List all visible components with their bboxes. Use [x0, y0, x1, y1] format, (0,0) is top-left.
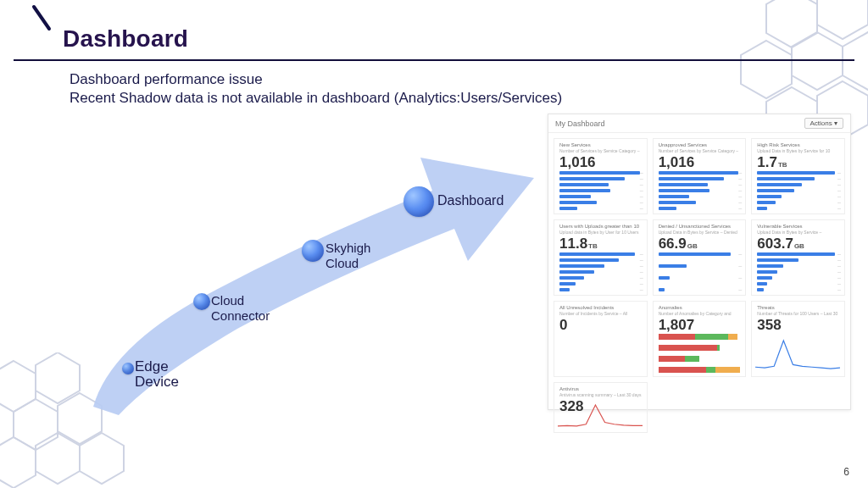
tile-title: Antivirus [559, 386, 642, 392]
page-title: Dashboard [63, 25, 188, 53]
tile-title: Vulnerable Services [757, 224, 839, 230]
tile-legend: ——————— [807, 252, 841, 291]
svg-marker-7 [0, 361, 36, 412]
dashboard-tile: ThreatsNumber of Threats for 100 Users –… [751, 301, 845, 377]
dashboard-tile: Unapproved ServicesNumber of Services by… [653, 138, 747, 214]
tile-value: 1,807 [659, 317, 741, 334]
dashboard-tile: High Risk ServicesUpload Data in Bytes b… [751, 138, 845, 214]
node-label: Skyhigh Cloud [326, 241, 370, 271]
tile-title: Anomalies [659, 305, 741, 311]
svg-marker-11 [0, 437, 36, 488]
tile-value: 603.7GB [757, 236, 839, 252]
svg-marker-4 [843, 32, 868, 90]
svg-marker-1 [817, 0, 868, 39]
tile-unit: TB [778, 161, 787, 169]
node-label: Dashboard [437, 193, 504, 208]
svg-marker-3 [741, 41, 792, 98]
tile-title: Threats [757, 305, 839, 311]
tile-value: 1,016 [659, 154, 741, 171]
node-dot-icon [302, 240, 324, 262]
tile-title: Unapproved Services [659, 142, 741, 148]
title-rule [14, 59, 854, 61]
tile-sparkline [558, 403, 643, 429]
dashboard-actions-button: Actions ▾ [804, 118, 843, 129]
tile-title: High Risk Services [757, 142, 839, 148]
tile-subtitle: Upload Data in Bytes by Service – Denied… [659, 230, 741, 235]
tile-sparkline [755, 339, 840, 373]
tile-legend: ——————— [609, 171, 643, 210]
tile-title: All Unresolved Incidents [559, 305, 642, 311]
dashboard-header: My Dashboard Actions ▾ [548, 114, 850, 133]
flow-arrow [59, 110, 534, 424]
flow-node-skyhigh-cloud: Skyhigh Cloud [302, 240, 324, 262]
corner-accent-icon [0, 0, 56, 44]
page-number: 6 [843, 466, 849, 478]
dashboard-grid: New ServicesNumber of Services by Servic… [548, 133, 850, 463]
tile-subtitle: Number of Threats for 100 Users – Last 3… [757, 311, 839, 316]
tile-value: 0 [559, 317, 642, 334]
dashboard-tile: AntivirusAntivirus scanning summary – La… [554, 382, 648, 433]
tile-subtitle: Number of Anomalies by Category and Seve… [659, 311, 741, 316]
dashboard-tile: Vulnerable ServicesUpload Data in Bytes … [751, 219, 845, 296]
tile-subtitle: Antivirus scanning summary – Last 30 day… [559, 392, 642, 397]
node-dot-icon [403, 186, 434, 217]
dashboard-tile: Denied / Unsanctioned ServicesUpload Dat… [653, 219, 747, 296]
flow-node-edge-device: Edge Device [122, 363, 134, 374]
svg-marker-2 [792, 32, 843, 90]
node-dot-icon [193, 293, 210, 310]
tile-subtitle: Upload data in Bytes by User for 10 User… [559, 230, 642, 235]
tile-subtitle: Upload Data in Bytes by Service for 10 S… [757, 148, 839, 153]
tile-title: Users with Uploads greater than 10 GBs [559, 224, 642, 230]
svg-marker-9 [14, 399, 58, 450]
issue-line-2: Recent Shadow data is not available in d… [70, 90, 562, 107]
tile-subtitle: Number of Services by Service Category –… [659, 148, 741, 153]
tile-subtitle: Number of Services by Service Category –… [559, 148, 642, 153]
tile-unit: TB [588, 242, 598, 250]
flow-node-dashboard: Dashboard [403, 186, 434, 217]
dashboard-tile: AnomaliesNumber of Anomalies by Category… [653, 301, 747, 377]
tile-value: 11.8TB [559, 236, 642, 252]
slide: Dashboard Dashboard performance issue Re… [0, 0, 868, 488]
node-label: Cloud Connector [211, 293, 270, 324]
tile-legend: ———— [708, 252, 742, 291]
tile-unit: GB [794, 242, 804, 250]
dashboard-tile: New ServicesNumber of Services by Servic… [554, 138, 648, 214]
dashboard-tile: Users with Uploads greater than 10 GBsUp… [554, 219, 648, 296]
tile-stacked-chart [659, 334, 741, 373]
tile-unit: GB [687, 242, 698, 250]
svg-marker-0 [766, 0, 817, 47]
dashboard-screenshot: My Dashboard Actions ▾ New ServicesNumbe… [548, 114, 851, 410]
tile-subtitle: Upload Data in Bytes by Service – Vulner… [757, 230, 839, 235]
node-dot-icon [122, 363, 134, 374]
tile-value: 358 [757, 317, 839, 334]
tile-legend: ——————— [609, 252, 643, 291]
tile-value: 66.9GB [659, 236, 741, 252]
issue-line-1: Dashboard performance issue [70, 71, 263, 88]
tile-value: 1,016 [559, 154, 642, 171]
dashboard-title: My Dashboard [555, 119, 605, 128]
tile-legend: ——————— [708, 171, 742, 210]
dashboard-tile: All Unresolved IncidentsNumber of Incide… [554, 301, 648, 377]
tile-legend: ——————— [807, 171, 841, 210]
node-label: Edge Device [135, 359, 179, 390]
tile-title: New Services [559, 142, 642, 148]
tile-value: 1.7TB [757, 154, 839, 171]
flow-node-cloud-connector: Cloud Connector [193, 293, 210, 310]
tile-subtitle: Number of Incidents by Service – All Ser… [559, 311, 642, 316]
tile-title: Denied / Unsanctioned Services [659, 224, 741, 230]
